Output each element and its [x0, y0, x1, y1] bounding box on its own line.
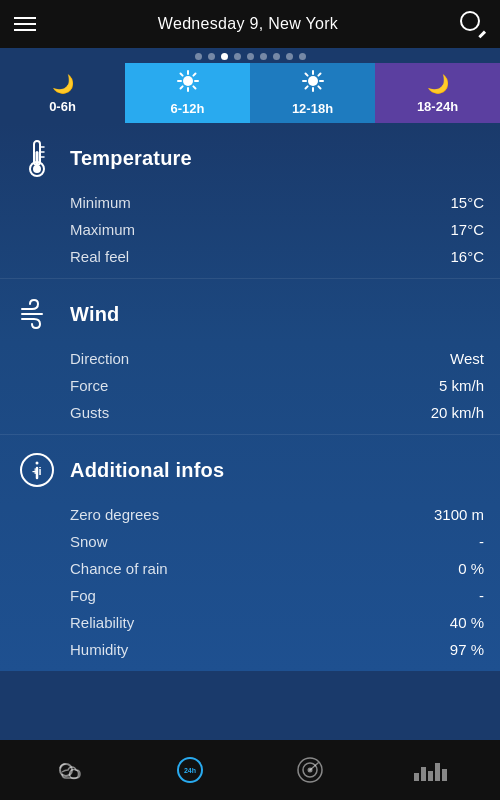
sun-icon-2 — [302, 70, 324, 97]
zero-degrees-value: 3100 m — [434, 506, 484, 523]
footer-weather[interactable] — [10, 750, 130, 790]
main-content: Temperature Minimum 15°C Maximum 17°C Re… — [0, 123, 500, 671]
additional-title: Additional infos — [70, 459, 224, 482]
sun-icon-1 — [177, 70, 199, 97]
zero-degrees-label: Zero degrees — [70, 506, 159, 523]
fog-label: Fog — [70, 587, 96, 604]
direction-value: West — [450, 350, 484, 367]
thermometer-icon — [16, 137, 58, 179]
dot-1[interactable] — [195, 53, 202, 60]
tab-18-24h-label: 18-24h — [417, 99, 458, 114]
temperature-minimum-row: Minimum 15°C — [16, 189, 484, 216]
wind-icon — [16, 293, 58, 335]
svg-line-5 — [180, 74, 182, 76]
radar-icon — [296, 756, 324, 784]
footer-nav — [0, 740, 500, 800]
reliability-label: Reliability — [70, 614, 134, 631]
temperature-section: Temperature Minimum 15°C Maximum 17°C Re… — [0, 123, 500, 279]
minimum-label: Minimum — [70, 194, 131, 211]
additional-section: +i Additional infos Zero degrees 3100 m … — [0, 435, 500, 671]
tab-18-24h[interactable]: 🌙 18-24h — [375, 63, 500, 123]
fog-row: Fog - — [16, 582, 484, 609]
humidity-value: 97 % — [450, 641, 484, 658]
minimum-value: 15°C — [450, 194, 484, 211]
reliability-row: Reliability 40 % — [16, 609, 484, 636]
wind-force-row: Force 5 km/h — [16, 372, 484, 399]
snow-row: Snow - — [16, 528, 484, 555]
wind-header: Wind — [16, 293, 484, 335]
realfeel-label: Real feel — [70, 248, 129, 265]
svg-text:+i: +i — [32, 465, 41, 477]
temperature-realfeel-row: Real feel 16°C — [16, 243, 484, 270]
svg-point-9 — [308, 76, 318, 86]
svg-line-16 — [318, 74, 320, 76]
realfeel-value: 16°C — [450, 248, 484, 265]
night-icon-left: 🌙 — [52, 73, 74, 95]
dot-2[interactable] — [208, 53, 215, 60]
temperature-maximum-row: Maximum 17°C — [16, 216, 484, 243]
reliability-value: 40 % — [450, 614, 484, 631]
page-dots — [0, 48, 500, 63]
additional-header: +i Additional infos — [16, 449, 484, 491]
snow-value: - — [479, 533, 484, 550]
chance-rain-label: Chance of rain — [70, 560, 168, 577]
maximum-label: Maximum — [70, 221, 135, 238]
footer-24h[interactable] — [130, 750, 250, 790]
humidity-row: Humidity 97 % — [16, 636, 484, 663]
zero-degrees-row: Zero degrees 3100 m — [16, 501, 484, 528]
wind-direction-row: Direction West — [16, 345, 484, 372]
night-icon-right: 🌙 — [427, 73, 449, 95]
svg-line-17 — [305, 86, 307, 88]
tab-12-18h[interactable]: 12-18h — [250, 63, 375, 123]
temperature-title: Temperature — [70, 147, 192, 170]
dot-5[interactable] — [247, 53, 254, 60]
wind-title: Wind — [70, 303, 120, 326]
maximum-value: 17°C — [450, 221, 484, 238]
footer-radar[interactable] — [250, 750, 370, 790]
humidity-label: Humidity — [70, 641, 128, 658]
svg-line-15 — [318, 86, 320, 88]
tab-0-6h[interactable]: 🌙 0-6h — [0, 63, 125, 123]
gusts-label: Gusts — [70, 404, 109, 421]
header-title: Wednesday 9, New York — [158, 15, 338, 33]
dot-4[interactable] — [234, 53, 241, 60]
footer-stats[interactable] — [370, 750, 490, 790]
svg-rect-21 — [36, 151, 39, 167]
app-header: Wednesday 9, New York — [0, 0, 500, 48]
additional-rows: Zero degrees 3100 m Snow - Chance of rai… — [16, 501, 484, 663]
bar-chart-icon — [414, 759, 447, 781]
tab-6-12h-label: 6-12h — [171, 101, 205, 116]
wind-gusts-row: Gusts 20 km/h — [16, 399, 484, 426]
snow-label: Snow — [70, 533, 108, 550]
chance-rain-row: Chance of rain 0 % — [16, 555, 484, 582]
temperature-rows: Minimum 15°C Maximum 17°C Real feel 16°C — [16, 189, 484, 270]
wind-rows: Direction West Force 5 km/h Gusts 20 km/… — [16, 345, 484, 426]
search-button[interactable] — [460, 11, 486, 37]
tab-6-12h[interactable]: 6-12h — [125, 63, 250, 123]
svg-line-7 — [193, 74, 195, 76]
time-tabs: 🌙 0-6h 6-12h — [0, 63, 500, 123]
direction-label: Direction — [70, 350, 129, 367]
force-value: 5 km/h — [439, 377, 484, 394]
svg-line-8 — [180, 86, 182, 88]
gusts-value: 20 km/h — [431, 404, 484, 421]
force-label: Force — [70, 377, 108, 394]
weather-icon — [56, 756, 84, 784]
info-icon: +i — [16, 449, 58, 491]
stats-icon — [416, 756, 444, 784]
dot-3-active[interactable] — [221, 53, 228, 60]
svg-line-14 — [305, 74, 307, 76]
dot-8[interactable] — [286, 53, 293, 60]
menu-button[interactable] — [14, 17, 36, 31]
svg-point-0 — [183, 76, 193, 86]
wind-section: Wind Direction West Force 5 km/h Gusts 2… — [0, 279, 500, 435]
clock-24h-icon — [176, 756, 204, 784]
dot-6[interactable] — [260, 53, 267, 60]
dot-7[interactable] — [273, 53, 280, 60]
tab-0-6h-label: 0-6h — [49, 99, 76, 114]
chance-rain-value: 0 % — [458, 560, 484, 577]
dot-9[interactable] — [299, 53, 306, 60]
tab-12-18h-label: 12-18h — [292, 101, 333, 116]
fog-value: - — [479, 587, 484, 604]
temperature-header: Temperature — [16, 137, 484, 179]
